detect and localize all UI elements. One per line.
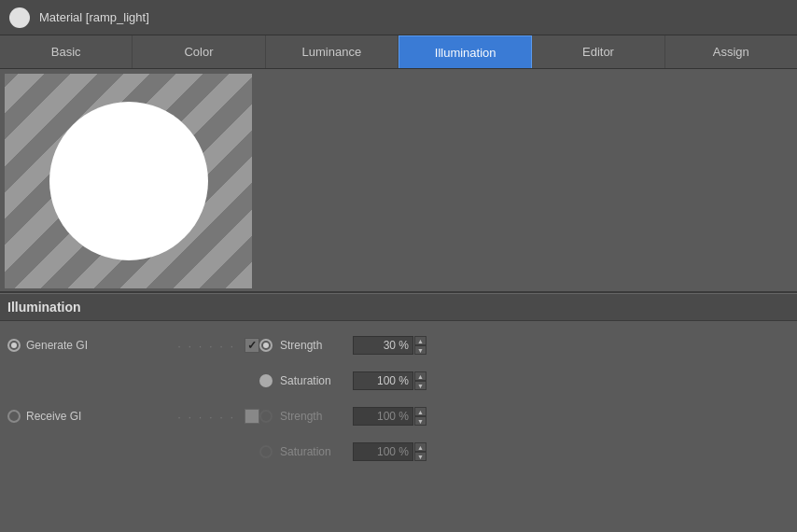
- receive-gi-left: Receive GI · · · · · ·: [7, 409, 259, 424]
- strength-up-2[interactable]: ▲: [414, 407, 426, 416]
- tab-editor[interactable]: Editor: [532, 35, 664, 68]
- saturation-row-2: Saturation 100 % ▲ ▼: [0, 435, 797, 469]
- saturation-label-1: Saturation: [280, 374, 345, 387]
- saturation-spinner-2: ▲ ▼: [414, 442, 426, 461]
- properties-section: Illumination Generate GI · · · · · · ✓ S…: [0, 293, 797, 532]
- tab-bar: Basic Color Luminance Illumination Edito…: [0, 35, 797, 69]
- properties-grid: Generate GI · · · · · · ✓ Strength 30 % …: [0, 321, 797, 476]
- receive-gi-dots: · · · · · ·: [177, 410, 235, 424]
- preview-section: [0, 69, 797, 293]
- strength-down-2[interactable]: ▼: [414, 416, 426, 426]
- saturation-up-2[interactable]: ▲: [414, 442, 426, 452]
- strength-value-2[interactable]: 100 %: [353, 407, 413, 426]
- saturation-right-2: Saturation 100 % ▲ ▼: [259, 442, 790, 461]
- saturation-value-1[interactable]: 100 %: [353, 371, 413, 390]
- saturation-right-1: Saturation 100 % ▲ ▼: [259, 371, 790, 390]
- checkmark-icon: ✓: [247, 339, 257, 352]
- strength-field-1: 30 % ▲ ▼: [353, 336, 426, 355]
- saturation-value-2[interactable]: 100 %: [353, 442, 413, 461]
- saturation-radio-2[interactable]: [259, 445, 273, 458]
- receive-gi-label: Receive GI: [26, 410, 168, 423]
- strength-radio-2[interactable]: [259, 410, 273, 423]
- generate-gi-left: Generate GI · · · · · · ✓: [7, 338, 259, 353]
- strength-value-1[interactable]: 30 %: [353, 336, 413, 355]
- content-area: Illumination Generate GI · · · · · · ✓ S…: [0, 69, 797, 532]
- saturation-label-2: Saturation: [280, 445, 345, 458]
- material-preview: [5, 74, 252, 288]
- saturation-spinner-1: ▲ ▼: [414, 371, 426, 390]
- tab-assign[interactable]: Assign: [665, 35, 797, 68]
- saturation-radio-1[interactable]: [259, 374, 273, 387]
- saturation-down-1[interactable]: ▼: [414, 381, 426, 390]
- tab-illumination[interactable]: Illumination: [398, 35, 532, 68]
- title-bar: Material [ramp_light]: [0, 0, 797, 35]
- saturation-down-2[interactable]: ▼: [414, 452, 426, 461]
- strength-up-1[interactable]: ▲: [414, 336, 426, 345]
- saturation-field-1: 100 % ▲ ▼: [353, 371, 426, 390]
- generate-gi-radio[interactable]: [7, 339, 21, 352]
- strength-field-2: 100 % ▲ ▼: [353, 407, 426, 426]
- generate-gi-right: Strength 30 % ▲ ▼: [259, 336, 790, 355]
- receive-gi-radio[interactable]: [7, 410, 21, 423]
- material-icon: [9, 7, 30, 28]
- tab-luminance[interactable]: Luminance: [266, 35, 398, 68]
- preview-sphere: [49, 102, 208, 260]
- generate-gi-label: Generate GI: [26, 339, 168, 352]
- receive-gi-row: Receive GI · · · · · · Strength 100 % ▲ …: [0, 399, 797, 433]
- generate-gi-row: Generate GI · · · · · · ✓ Strength 30 % …: [0, 329, 797, 362]
- receive-gi-checkbox[interactable]: [245, 409, 259, 424]
- saturation-row-1: Saturation 100 % ▲ ▼: [0, 364, 797, 398]
- generate-gi-checkbox[interactable]: ✓: [245, 338, 259, 353]
- receive-gi-right: Strength 100 % ▲ ▼: [259, 407, 790, 426]
- saturation-up-1[interactable]: ▲: [414, 371, 426, 381]
- section-header: Illumination: [0, 293, 797, 321]
- strength-spinner-1: ▲ ▼: [414, 336, 426, 355]
- saturation-field-2: 100 % ▲ ▼: [353, 442, 426, 461]
- strength-spinner-2: ▲ ▼: [414, 407, 426, 426]
- strength-label-1: Strength: [280, 339, 345, 352]
- window-title: Material [ramp_light]: [39, 10, 149, 24]
- tab-color[interactable]: Color: [133, 35, 265, 68]
- strength-label-2: Strength: [280, 410, 345, 423]
- strength-down-1[interactable]: ▼: [414, 345, 426, 355]
- tab-basic[interactable]: Basic: [0, 35, 133, 68]
- strength-radio-1[interactable]: [259, 339, 273, 352]
- generate-gi-dots: · · · · · ·: [177, 339, 235, 353]
